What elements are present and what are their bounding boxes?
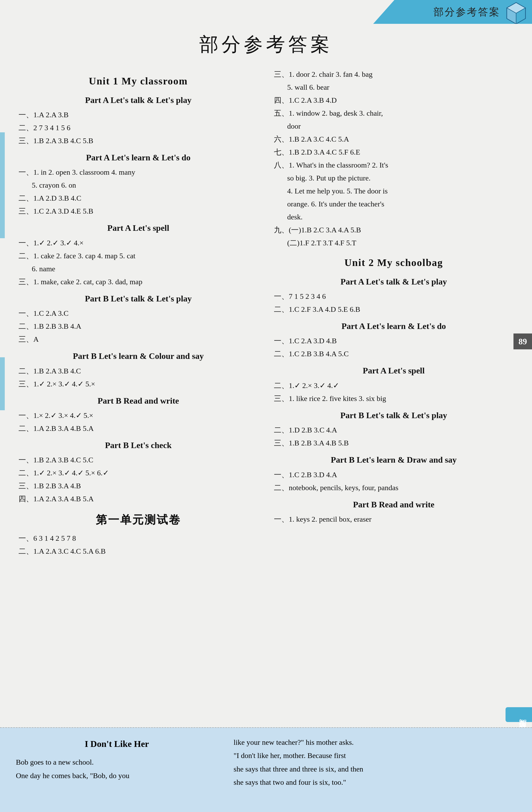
col-right: 三、1. door 2. chair 3. fan 4. bag 5. wall… (271, 68, 516, 558)
partA-talk-title: Part A Let's talk & Let's play (16, 93, 261, 107)
answer-line: 6. name (32, 262, 261, 275)
answer-line: 一、1. in 2. open 3. classroom 4. many (18, 166, 261, 179)
answer-line: 一、1.× 2.✓ 3.× 4.✓ 5.× (18, 409, 261, 422)
answer-line: 一、1.A 2.A 3.B (18, 108, 261, 121)
top-banner: 部分参考答案 (373, 0, 532, 24)
partB-learn-answers: 二、1.B 2.A 3.B 4.C 三、1.✓ 2.× 3.✓ 4.✓ 5.× (16, 364, 261, 390)
col-left: Unit 1 My classroom Part A Let's talk & … (16, 68, 261, 558)
unit2-partB-learn-title: Part B Let's learn & Draw and say (271, 453, 516, 467)
answer-line: 二、1.C 2.F 3.A 4.D 5.E 6.B (274, 303, 516, 316)
answer-line: 二、1.✓ 2.× 3.✓ 4.✓ 5.× 6.✓ (18, 466, 261, 479)
answer-line: door (287, 120, 516, 133)
section-test-answers: 一、6 3 1 4 2 5 7 8 二、1.A 2.A 3.C 4.C 5.A … (16, 532, 261, 558)
content-wrapper: Unit 1 My classroom Part A Let's talk & … (0, 68, 532, 558)
bottom-left-text-2: One day he comes back, "Bob, do you (16, 769, 218, 782)
answer-line: 二、1.D 2.B 3.C 4.A (274, 423, 516, 436)
partA-spell-answers: 一、1.✓ 2.✓ 3.✓ 4.× 二、1. cake 2. face 3. c… (16, 236, 261, 288)
bottom-left-text-1: Bob goes to a new school. (16, 756, 218, 769)
partB-learn-title: Part B Let's learn & Colour and say (16, 349, 261, 363)
bottom-right-text-4: she says that two and four is six, too." (234, 776, 516, 789)
banner-title: 部分参考答案 (433, 5, 500, 19)
answer-line: 一、7 1 5 2 3 4 6 (274, 290, 516, 303)
answer-line: (二)1.F 2.T 3.T 4.F 5.T (287, 236, 516, 249)
answer-line: 二、notebook, pencils, keys, four, pandas (274, 481, 516, 494)
partA-learn-title: Part A Let's learn & Let's do (16, 150, 261, 165)
partB-talk-answers: 一、1.C 2.A 3.C 二、1.B 2.B 3.B 4.A 三、A (16, 307, 261, 346)
bottom-right-text-3: she says that three and three is six, an… (234, 763, 516, 776)
answer-line: 七、1.B 2.D 3.A 4.C 5.F 6.E (274, 146, 516, 159)
left-strip-2 (0, 357, 5, 410)
answer-line: 六、1.B 2.A 3.C 4.C 5.A (274, 133, 516, 146)
unit2-partA-talk-title: Part A Let's talk & Let's play (271, 274, 516, 289)
partB-check-answers: 一、1.B 2.A 3.B 4.C 5.C 二、1.✓ 2.× 3.✓ 4.✓ … (16, 453, 261, 505)
answer-line: 三、1.B 2.B 3.A 4.B (18, 479, 261, 492)
section-test-title: 第一单元测试卷 (16, 510, 261, 529)
answer-line: 二、1.A 2.A 3.C 4.C 5.A 6.B (18, 545, 261, 558)
answer-line: 三、1.✓ 2.× 3.✓ 4.✓ 5.× (18, 377, 261, 390)
answer-line: 一、6 3 1 4 2 5 7 8 (18, 532, 261, 545)
answer-line: 三、1. make, cake 2. cat, cap 3. dad, map (18, 275, 261, 288)
unit2-partB-talk-answers: 二、1.D 2.B 3.C 4.A 三、1.B 2.B 3.A 4.B 5.B (271, 423, 516, 449)
page-number: 89 (514, 333, 532, 349)
answer-line: 二、1.✓ 2.× 3.✓ 4.✓ (274, 379, 516, 392)
answer-line: 三、A (18, 333, 261, 346)
answer-line: 五、1. window 2. bag, desk 3. chair, (274, 107, 516, 120)
bottom-left: I Don't Like Her Bob goes to a new schoo… (16, 736, 218, 804)
right-badge: 智趣天地 (505, 707, 532, 722)
answer-line: 八、1. What's in the classroom? 2. It's (274, 159, 516, 172)
partB-talk-title: Part B Let's talk & Let's play (16, 291, 261, 306)
partB-read-title: Part B Read and write (16, 394, 261, 408)
answer-line: 一、1.✓ 2.✓ 3.✓ 4.× (18, 236, 261, 249)
answer-line: 九、(一)1.B 2.C 3.A 4.A 5.B (274, 223, 516, 236)
unit2-partA-spell-title: Part A Let's spell (271, 363, 516, 378)
bottom-right-text-1: like your new teacher?" his mother asks. (234, 736, 516, 749)
answer-line: 二、1.B 2.B 3.B 4.A (18, 320, 261, 333)
partB-check-title: Part B Let's check (16, 438, 261, 452)
bottom-right-text-2: "I don't like her, mother. Because first (234, 749, 516, 762)
answer-line: 5. wall 6. bear (287, 81, 516, 94)
answer-line: 一、1.B 2.A 3.B 4.C 5.C (18, 453, 261, 466)
bottom-right: like your new teacher?" his mother asks.… (234, 736, 516, 804)
unit2-title: Unit 2 My schoolbag (271, 254, 516, 271)
answer-line: 5. crayon 6. on (32, 179, 261, 192)
answer-line: 4. Let me help you. 5. The door is (287, 185, 516, 198)
bottom-section: I Don't Like Her Bob goes to a new schoo… (0, 727, 532, 812)
answer-line: 三、1.B 2.A 3.B 4.C 5.B (18, 134, 261, 147)
answer-line: 二、2 7 3 4 1 5 6 (18, 121, 261, 134)
unit2-partA-learn-title: Part A Let's learn & Let's do (271, 319, 516, 333)
answer-line: 四、1.A 2.A 3.A 4.B 5.A (18, 492, 261, 505)
answer-line: 二、1.A 2.B 3.A 4.B 5.A (18, 422, 261, 435)
unit1-title: Unit 1 My classroom (16, 73, 261, 90)
answer-line: 一、1.C 2.A 3.D 4.B (274, 334, 516, 347)
partA-talk-answers: 一、1.A 2.A 3.B 二、2 7 3 4 1 5 6 三、1.B 2.A … (16, 108, 261, 147)
answer-line: 二、1.C 2.B 3.B 4.A 5.C (274, 347, 516, 360)
answer-line: 二、1.B 2.A 3.B 4.C (18, 364, 261, 377)
answer-line: so big. 3. Put up the picture. (287, 172, 516, 185)
unit2-partA-learn-answers: 一、1.C 2.A 3.D 4.B 二、1.C 2.B 3.B 4.A 5.C (271, 334, 516, 360)
answer-line: 一、1.C 2.A 3.C (18, 307, 261, 320)
unit1-right-top: 三、1. door 2. chair 3. fan 4. bag 5. wall… (271, 68, 516, 249)
left-strip-1 (0, 132, 5, 238)
partA-learn-answers: 一、1. in 2. open 3. classroom 4. many 5. … (16, 166, 261, 218)
answer-line: 四、1.C 2.A 3.B 4.D (274, 94, 516, 107)
answer-line: 三、1. door 2. chair 3. fan 4. bag (274, 68, 516, 81)
cube-icon (504, 1, 528, 25)
partB-read-answers: 一、1.× 2.✓ 3.× 4.✓ 5.× 二、1.A 2.B 3.A 4.B … (16, 409, 261, 435)
answer-line: 三、1.B 2.B 3.A 4.B 5.B (274, 436, 516, 449)
unit2-partA-spell-answers: 二、1.✓ 2.× 3.✓ 4.✓ 三、1. like rice 2. five… (271, 379, 516, 405)
unit2-partA-talk-answers: 一、7 1 5 2 3 4 6 二、1.C 2.F 3.A 4.D 5.E 6.… (271, 290, 516, 316)
unit2-partB-talk-title: Part B Let's talk & Let's play (271, 408, 516, 422)
answer-line: 二、1.A 2.D 3.B 4.C (18, 192, 261, 205)
answer-line: 三、1. like rice 2. five kites 3. six big (274, 392, 516, 405)
page: 部分参考答案 部分参考答案 Unit 1 My classroom Part A… (0, 0, 532, 812)
unit2-partB-read-answers: 一、1. keys 2. pencil box, eraser (271, 513, 516, 526)
partA-spell-title: Part A Let's spell (16, 221, 261, 235)
main-title: 部分参考答案 (0, 29, 532, 57)
answer-line: 一、1.C 2.B 3.D 4.A (274, 468, 516, 481)
answer-line: 二、1. cake 2. face 3. cap 4. map 5. cat (18, 249, 261, 262)
answer-line: 一、1. keys 2. pencil box, eraser (274, 513, 516, 526)
unit2-partB-read-title: Part B Read and write (271, 497, 516, 512)
answer-line: 三、1.C 2.A 3.D 4.E 5.B (18, 205, 261, 218)
answer-line: orange. 6. It's under the teacher's (287, 198, 516, 211)
bottom-story-title: I Don't Like Her (16, 736, 218, 752)
